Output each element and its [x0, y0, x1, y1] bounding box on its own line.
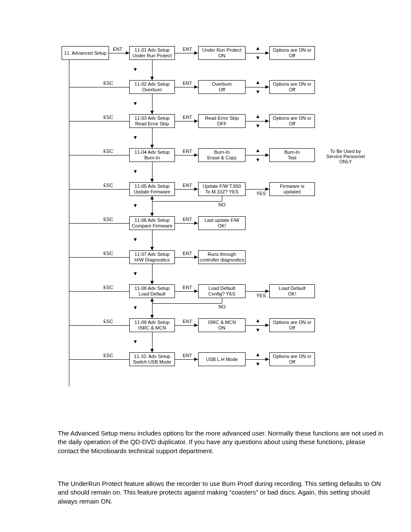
menu-box: 11-02 Adv Setup Overburn: [129, 80, 175, 94]
state-box: Update F/W T.950 To M.10Z? YES: [198, 182, 246, 196]
yes-label: YES: [256, 191, 266, 196]
esc-line: [69, 189, 129, 190]
esc-line: [69, 223, 129, 224]
state-box: Overburn Off: [198, 80, 246, 94]
esc-line: [69, 291, 129, 292]
yes-label: YES: [256, 293, 266, 298]
menu-box: 11-04 Adv Setup Burn-In: [129, 148, 175, 162]
down-arrow-icon: ▼: [255, 157, 261, 162]
esc-line: [69, 359, 129, 360]
ent-arrow: [194, 358, 198, 361]
paragraph-1: The Advanced Setup menu includes options…: [58, 429, 385, 455]
ent-label: ENT: [183, 217, 192, 222]
up-arrow-icon: ▲: [255, 148, 261, 153]
state-result-arrow: [265, 358, 269, 361]
result-box: Load Default OK!: [269, 284, 315, 298]
state-box: ISRC & MCN ON: [198, 318, 246, 332]
result-box: Options are ON or Off: [269, 80, 315, 94]
esc-label: ESC: [103, 319, 113, 324]
ent-label: ENT: [183, 251, 192, 256]
esc-line: [69, 121, 129, 121]
up-arrow-icon: ▲: [255, 80, 261, 85]
root-box: 11. Advanced Setup: [62, 46, 109, 60]
ent-arrow: [194, 85, 198, 89]
down-arrow-icon: ▼: [255, 55, 261, 60]
menu-box: 11-09 Adv Setup ISRC & MCN: [129, 318, 175, 332]
esc-line: [69, 155, 129, 156]
ent-arrow: [194, 255, 198, 259]
state-result-arrow: [265, 51, 269, 55]
no-loop-h: [152, 303, 222, 304]
down-arrow-icon: ▼: [255, 361, 261, 367]
ent-arrow: [194, 153, 198, 157]
ent-label: ENT: [183, 183, 192, 188]
up-arrow-icon: ▲: [255, 46, 261, 51]
state-box: USB L.H Mode: [198, 352, 246, 366]
ent-arrow: [194, 289, 198, 293]
state-result-arrow: [265, 187, 269, 191]
down-arrow-icon: ▼: [133, 203, 138, 208]
state-box: Load Default Config? YES: [198, 284, 246, 298]
menu-box: 11-01 Adv Setup Under Run Protect: [129, 46, 175, 60]
ent-arrow: [194, 187, 198, 191]
down-arrow-icon: ▼: [133, 101, 138, 106]
root-ent-label: ENT: [113, 47, 122, 52]
no-label: NO: [218, 202, 226, 207]
state-box: Read Error Skip OFF: [198, 114, 246, 128]
menu-box: 11-06 Adv Setup Compare Firmware: [129, 216, 175, 230]
ent-label: ENT: [183, 319, 192, 324]
down-arrow-icon: ▼: [133, 135, 138, 140]
state-box: Burn-In Erase & Copy: [198, 148, 246, 162]
esc-label: ESC: [103, 183, 113, 188]
result-box: Options are ON or Off: [269, 318, 315, 332]
down-arrow-icon: ▼: [133, 67, 138, 72]
down-arrow-icon: ▼: [133, 305, 138, 310]
down-arrow-icon: ▼: [255, 89, 261, 94]
ent-arrow: [194, 51, 198, 55]
ent-label: ENT: [183, 81, 192, 86]
down-arrow-icon: ▼: [133, 339, 138, 344]
menu-box: 11-07 Adv Setup H/W Diagnostics: [129, 250, 175, 264]
esc-label: ESC: [103, 285, 113, 290]
esc-label: ESC: [103, 149, 113, 154]
ent-arrow: [194, 119, 198, 123]
menu-down-arrow: [150, 111, 154, 114]
menu-box: 11-08 Adv Setup Load Default: [129, 284, 175, 298]
state-result-arrow: [265, 119, 269, 123]
state-result-arrow: [265, 85, 269, 89]
menu-down-arrow: [150, 247, 154, 250]
esc-label: ESC: [103, 251, 113, 256]
ent-arrow: [194, 324, 198, 327]
ent-label: ENT: [183, 149, 192, 154]
down-arrow-icon: ▼: [133, 169, 138, 174]
menu-box: 11-05 Adv Setup Update Firmware: [129, 182, 175, 196]
state-result-arrow: [265, 289, 269, 293]
root-title: 11. Advanced Setup: [63, 50, 108, 56]
no-loop-h: [152, 201, 222, 202]
row-note: To Be Used by Service Personnel ONLY: [322, 149, 369, 164]
menu-down-arrow: [150, 145, 154, 148]
esc-line: [69, 87, 129, 87]
menu-down-arrow: [150, 77, 154, 80]
menu-down-arrow: [150, 315, 154, 318]
no-label: NO: [218, 304, 226, 309]
result-box: Options are ON or Off: [269, 114, 315, 128]
menu-down-arrow: [150, 179, 154, 182]
down-arrow-icon: ▼: [255, 327, 261, 333]
state-box: Last update F/W OK!: [198, 216, 246, 230]
root-ent-arrow: [126, 51, 129, 55]
esc-label: ESC: [103, 353, 113, 358]
state-result-arrow: [265, 324, 269, 327]
no-loop-v1: [222, 196, 222, 201]
paragraph-2: The UnderRun Protect feature allows the …: [58, 479, 385, 506]
state-result-arrow: [265, 153, 269, 157]
ent-label: ENT: [183, 353, 192, 358]
menu-down-arrow: [150, 349, 154, 352]
ent-label: ENT: [183, 115, 192, 120]
up-arrow-icon: ▲: [255, 114, 261, 119]
state-box: Under Run Protect ON: [198, 46, 246, 60]
esc-label: ESC: [103, 115, 113, 120]
no-loop-v1: [222, 298, 222, 303]
esc-line: [69, 325, 129, 326]
ent-label: ENT: [183, 285, 192, 290]
